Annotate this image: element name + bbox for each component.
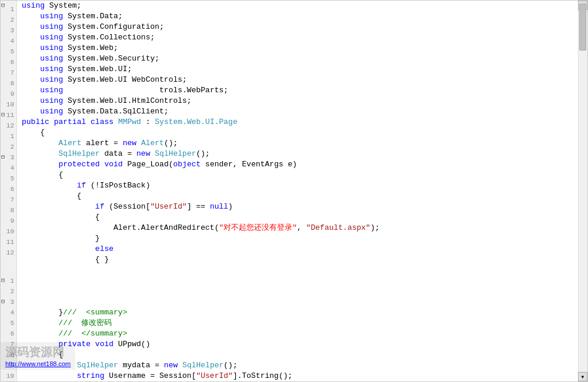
line-number: 2 [1,142,16,152]
line-number: 6 [1,184,16,195]
code-line[interactable]: /// </summary> [17,329,587,339]
line-number: 1 [1,131,16,142]
code-line[interactable]: using System.Web.UI; [17,64,587,75]
code-line[interactable]: }/// <summary> [17,307,587,318]
code-content[interactable]: using System; using System.Data; using S… [17,1,587,381]
line-number: 7 [1,68,16,78]
line-number: 9 [1,216,16,226]
code-line[interactable]: } [17,233,587,244]
code-line[interactable]: using System; [17,1,587,11]
code-line[interactable] [17,276,587,286]
line-number: 4 [1,163,16,173]
code-line[interactable]: Alert.AlertAndRedirect("对不起您还没有登录", "Def… [17,223,587,233]
code-line[interactable]: using System.Data.SqlClient; [17,106,587,117]
code-line[interactable]: { [17,128,587,138]
scroll-thumb[interactable] [579,4,586,51]
line-number: 7 [1,195,16,205]
line-number: 2 [1,15,16,25]
code-line[interactable]: SqlHelper mydata = new SqlHelper(); [17,360,587,371]
line-numbers: ⊟12345678910⊟111212⊟3456789101112⊟12⊟345… [1,1,17,381]
line-number: 8 [1,78,16,89]
line-number: 4 [1,307,16,318]
line-number: 5 [1,318,16,329]
code-line[interactable]: /// 修改密码 [17,318,587,329]
line-number: 12 [1,120,16,131]
line-number: 5 [1,173,16,184]
line-number: 1 [1,4,16,15]
code-line[interactable]: using System.Web.UI.HtmlControls; [17,96,587,106]
code-line[interactable]: using trols.WebParts; [17,85,587,96]
line-number: 8 [1,205,16,216]
code-line[interactable]: if (Session["UserId"] == null) [17,202,587,212]
line-number: 10 [1,371,16,381]
code-lines: using System; using System.Data; using S… [17,1,587,381]
line-number: 11 [1,237,16,247]
watermark: 源码资源网 http://www.net188.com [1,342,75,370]
line-number: 4 [1,36,16,46]
line-number: 10 [1,226,16,237]
code-line[interactable]: { [17,212,587,223]
code-line[interactable]: { [17,350,587,360]
code-line[interactable]: using System.Configuration; [17,22,587,32]
line-number: 10 [1,99,16,110]
vertical-scrollbar[interactable]: ▲ ▼ [578,1,587,381]
code-line[interactable]: else [17,244,587,254]
code-line[interactable] [17,286,587,297]
code-line[interactable]: public partial class MMPwd : System.Web.… [17,117,587,128]
code-line[interactable]: if (!IsPostBack) [17,180,587,191]
code-line[interactable]: { } [17,254,587,265]
code-line[interactable]: using System.Data; [17,11,587,22]
line-number: 6 [1,329,16,339]
code-line[interactable]: using System.Web.UI WebControls; [17,75,587,85]
line-number: ⊟3 [1,297,16,307]
line-number: 6 [1,57,16,68]
code-line[interactable]: SqlHelper data = new SqlHelper(); [17,149,587,159]
editor-container: ⊟12345678910⊟111212⊟3456789101112⊟12⊟345… [0,0,588,382]
code-line[interactable] [17,265,587,276]
line-number: 3 [1,25,16,36]
code-line[interactable]: using System.Web; [17,43,587,53]
line-number: 5 [1,46,16,57]
code-line[interactable]: using System.Web.Security; [17,53,587,64]
code-area: ⊟12345678910⊟111212⊟3456789101112⊟12⊟345… [1,1,587,381]
code-line[interactable]: { [17,191,587,202]
code-line[interactable]: protected void Page_Load(object sender, … [17,159,587,170]
code-line[interactable]: using System.Collections; [17,32,587,43]
code-line[interactable]: string Username = Session["UserId"].ToSt… [17,371,587,381]
line-number: 12 [1,247,16,258]
code-line[interactable]: { [17,170,587,180]
line-number: ⊟3 [1,152,16,163]
line-number: 2 [1,286,16,297]
line-number: ⊟11 [1,110,16,120]
watermark-url: http://www.net188.com [5,360,71,367]
code-line[interactable] [17,297,587,307]
scroll-down-arrow[interactable]: ▼ [578,372,587,381]
line-number: ⊟1 [1,276,16,286]
code-line[interactable]: private void UPpwd() [17,339,587,350]
watermark-text: 源码资源网 [5,344,71,360]
code-line[interactable]: Alert alert = new Alert(); [17,138,587,149]
line-number: 9 [1,89,16,99]
